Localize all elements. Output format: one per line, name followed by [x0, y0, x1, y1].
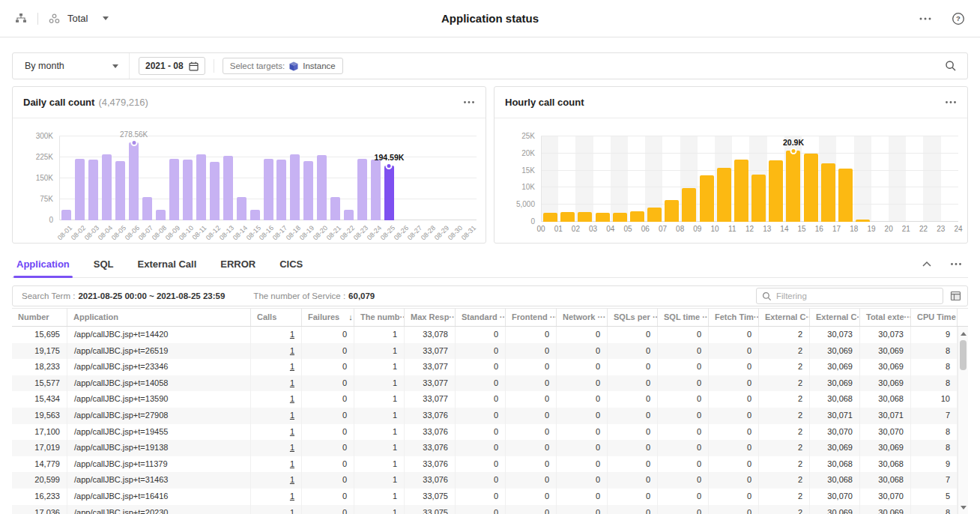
calls-link[interactable]: 1	[290, 346, 294, 355]
table-row[interactable]: 15,695/app/callJBC.jsp+t=1442010133,0780…	[12, 327, 968, 343]
calls-link[interactable]: 1	[290, 411, 294, 420]
tab-sql[interactable]: SQL	[94, 252, 114, 277]
bar-08-10[interactable]	[183, 160, 193, 220]
bar-hour-09[interactable]	[700, 175, 714, 222]
bar-hour-18[interactable]	[856, 220, 870, 222]
table-row[interactable]: 19,175/app/callJBC.jsp+t=2651910133,0770…	[12, 343, 968, 360]
calls-link[interactable]: 1	[290, 443, 294, 452]
bar-08-21[interactable]	[330, 197, 340, 220]
help-icon[interactable]: ?	[952, 12, 965, 25]
period-select[interactable]: By month	[13, 53, 130, 79]
more-options-icon[interactable]	[919, 16, 932, 21]
bar-08-13[interactable]	[223, 156, 233, 220]
tab-application[interactable]: Application	[16, 252, 70, 277]
column-header-network-[interactable]: Network ···	[557, 309, 608, 326]
bar-hour-13[interactable]	[769, 160, 783, 222]
export-table-icon[interactable]	[950, 291, 961, 301]
table-row[interactable]: 17,019/app/callJBC.jsp+t=1913810133,0760…	[12, 440, 968, 456]
bar-08-23[interactable]	[357, 159, 367, 221]
bar-hour-14[interactable]	[786, 151, 800, 222]
bar-hour-06[interactable]	[647, 208, 662, 222]
bar-hour-01[interactable]	[560, 212, 575, 222]
column-header-external-c-[interactable]: External C···	[759, 309, 810, 326]
calls-link[interactable]: 1	[290, 362, 294, 371]
bar-08-04[interactable]	[102, 154, 112, 220]
table-row[interactable]: 18,233/app/callJBC.jsp+t=2334610133,0770…	[12, 359, 968, 375]
bar-08-20[interactable]	[317, 155, 327, 220]
scrollbar-thumb[interactable]	[960, 340, 967, 370]
collapse-icon[interactable]	[922, 261, 932, 267]
column-header-calls[interactable]: Calls	[251, 309, 302, 326]
column-header-max-resp-[interactable]: Max Resp···	[405, 309, 456, 326]
more-options-icon[interactable]	[950, 262, 962, 266]
column-header-fetch-tim-[interactable]: Fetch Tim···	[709, 309, 759, 326]
table-row[interactable]: 17,100/app/callJBC.jsp+t=1945510133,0760…	[12, 424, 968, 441]
calls-link[interactable]: 1	[290, 330, 294, 339]
bar-08-03[interactable]	[88, 160, 98, 220]
bar-hour-12[interactable]	[751, 175, 766, 222]
more-options-icon[interactable]	[463, 100, 475, 104]
bar-08-16[interactable]	[264, 159, 273, 221]
table-row[interactable]: 20,599/app/callJBC.jsp+t=3146310133,0760…	[12, 472, 968, 489]
calls-link[interactable]: 1	[290, 427, 294, 436]
bar-hour-17[interactable]	[838, 169, 853, 222]
column-header-cpu-time-[interactable]: CPU Time ···	[911, 309, 958, 326]
calls-link[interactable]: 1	[290, 475, 294, 484]
column-header-external-c-[interactable]: External C···	[810, 309, 860, 326]
calls-link[interactable]: 1	[290, 394, 294, 403]
more-options-icon[interactable]	[945, 100, 957, 104]
column-header-application[interactable]: Application	[67, 309, 251, 326]
column-header-frontend-[interactable]: Frontend ···	[506, 309, 557, 326]
bar-hour-03[interactable]	[596, 213, 610, 222]
table-row[interactable]: 15,577/app/callJBC.jsp+t=1405810133,0770…	[12, 375, 968, 392]
bar-08-12[interactable]	[210, 162, 220, 220]
bar-08-22[interactable]	[344, 210, 354, 220]
calls-link[interactable]: 1	[290, 378, 294, 387]
scroll-down-button[interactable]	[958, 502, 968, 513]
bar-hour-04[interactable]	[613, 213, 627, 222]
bar-08-24[interactable]	[371, 160, 381, 220]
bar-hour-10[interactable]	[717, 168, 731, 223]
bar-08-02[interactable]	[75, 159, 85, 220]
bar-08-19[interactable]	[303, 161, 313, 220]
column-header-the-numb-[interactable]: The numb···	[354, 309, 405, 326]
bar-hour-07[interactable]	[665, 200, 679, 222]
sitemap-icon[interactable]	[15, 13, 27, 24]
date-picker[interactable]: 2021 - 08	[139, 57, 205, 75]
bar-08-07[interactable]	[142, 197, 152, 220]
vertical-scrollbar[interactable]	[958, 327, 968, 514]
chevron-down-icon[interactable]	[103, 16, 109, 20]
tab-external-call[interactable]: External Call	[138, 252, 197, 277]
bar-hour-15[interactable]	[804, 154, 818, 222]
filtering-input[interactable]	[776, 291, 937, 300]
target-scope-label[interactable]: Total	[67, 13, 88, 24]
table-row[interactable]: 17,036/app/callJBC.jsp+t=2023010133,0750…	[12, 505, 968, 514]
table-row[interactable]: 14,779/app/callJBC.jsp+t=1137910133,0760…	[12, 456, 968, 473]
column-header-standard-[interactable]: Standard ···	[456, 309, 506, 326]
tab-error[interactable]: ERROR	[220, 252, 255, 277]
column-header-number[interactable]: Number	[12, 309, 67, 326]
bar-08-01[interactable]	[61, 210, 71, 220]
column-header-sql-time-[interactable]: SQL time ···	[658, 309, 709, 326]
column-header-failures[interactable]: Failures↓	[302, 309, 354, 326]
bar-08-09[interactable]	[169, 159, 179, 220]
bar-hour-16[interactable]	[821, 163, 835, 222]
table-row[interactable]: 19,563/app/callJBC.jsp+t=2790810133,0760…	[12, 408, 968, 424]
search-icon[interactable]	[945, 60, 957, 72]
bar-08-11[interactable]	[196, 154, 206, 220]
bar-08-14[interactable]	[237, 197, 246, 220]
table-row[interactable]: 15,434/app/callJBC.jsp+t=1359010133,0770…	[12, 391, 968, 408]
bar-hour-11[interactable]	[734, 160, 748, 222]
bar-08-17[interactable]	[276, 160, 286, 220]
bar-hour-02[interactable]	[578, 212, 592, 222]
bar-hour-08[interactable]	[682, 188, 696, 222]
calls-link[interactable]: 1	[290, 459, 294, 468]
bar-hour-00[interactable]	[543, 213, 557, 222]
sort-desc-icon[interactable]: ↓	[348, 309, 353, 326]
bar-08-05[interactable]	[115, 161, 125, 220]
table-row[interactable]: 16,233/app/callJBC.jsp+t=1641610133,0750…	[12, 489, 968, 505]
bar-08-15[interactable]	[250, 210, 260, 220]
calls-link[interactable]: 1	[290, 492, 294, 501]
bar-08-08[interactable]	[156, 210, 166, 220]
bar-08-18[interactable]	[290, 154, 300, 220]
